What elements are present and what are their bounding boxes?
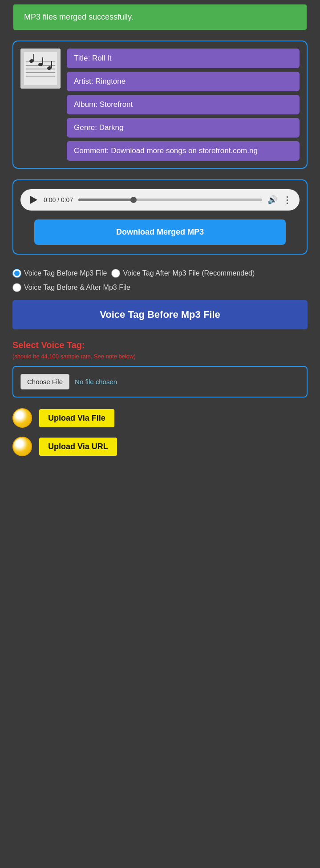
progress-dot [130,197,137,203]
radio-after-input[interactable] [111,269,120,278]
track-thumbnail [20,49,61,89]
choose-file-button[interactable]: Choose File [20,374,69,389]
svg-rect-1 [24,52,57,85]
upload-via-file-label[interactable]: Upload Via File [39,409,114,427]
voice-tag-position-button[interactable]: Voice Tag Before Mp3 File [12,300,308,329]
track-title: Title: Roll It [67,49,300,68]
player-card: 0:00 / 0:07 🔊 ⋮ Download Merged MP3 [12,179,308,255]
more-options-icon[interactable]: ⋮ [283,195,292,205]
play-icon[interactable] [28,195,38,205]
svg-marker-13 [30,196,37,204]
volume-icon[interactable]: 🔊 [267,195,277,205]
track-comment: Comment: Download more songs on storefro… [67,141,300,161]
radio-before-label: Voice Tag Before Mp3 File [24,268,107,279]
upload-file-icon [12,408,32,428]
progress-bar[interactable] [78,199,262,201]
track-album: Album: Storefront [67,95,300,114]
select-voice-title: Select Voice Tag: [12,340,308,350]
select-voice-note: (should be 44,100 sample rate. See note … [12,353,308,360]
radio-option-before[interactable]: Voice Tag Before Mp3 File [12,268,107,279]
upload-url-icon [12,437,32,456]
radio-both-label: Voice Tag Before & After Mp3 File [24,282,130,293]
track-info-card: Title: Roll It Artist: Ringtone Album: S… [12,41,308,169]
radio-group: Voice Tag Before Mp3 File Voice Tag Afte… [12,268,308,293]
upload-via-file-row[interactable]: Upload Via File [12,408,308,428]
upload-via-url-row[interactable]: Upload Via URL [12,437,308,456]
file-input-box: Choose File No file chosen [12,366,308,397]
radio-before-input[interactable] [12,269,21,278]
progress-fill [78,199,134,201]
no-file-label: No file chosen [75,378,117,385]
radio-after-label: Voice Tag After Mp3 File (Recommended) [123,268,255,279]
radio-section: Voice Tag Before Mp3 File Voice Tag Afte… [12,268,308,329]
track-artist: Artist: Ringtone [67,72,300,91]
track-genre: Genre: Darkng [67,118,300,138]
audio-player[interactable]: 0:00 / 0:07 🔊 ⋮ [20,189,300,211]
success-banner: MP3 files merged successfully. [13,4,307,30]
upload-via-url-label[interactable]: Upload Via URL [39,438,117,456]
time-display: 0:00 / 0:07 [44,196,73,203]
radio-both-input[interactable] [12,283,21,292]
upload-section: Upload Via File Upload Via URL [12,408,308,456]
select-voice-section: Select Voice Tag: (should be 44,100 samp… [12,340,308,397]
radio-option-both[interactable]: Voice Tag Before & After Mp3 File [12,282,130,293]
download-merged-button[interactable]: Download Merged MP3 [34,219,285,245]
track-meta: Title: Roll It Artist: Ringtone Album: S… [67,49,300,161]
radio-option-after[interactable]: Voice Tag After Mp3 File (Recommended) [111,268,255,279]
